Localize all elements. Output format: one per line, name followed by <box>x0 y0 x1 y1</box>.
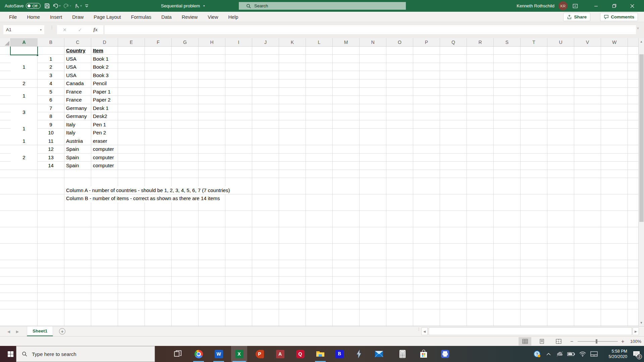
cell-C5[interactable]: Canada <box>64 79 91 87</box>
horizontal-scrollbar-thumb[interactable] <box>429 327 632 335</box>
cell-D12[interactable]: eraser <box>91 137 118 145</box>
cell-D10[interactable]: Pen 1 <box>91 121 118 129</box>
customize-quick-access-toolbar-button[interactable] <box>83 1 90 11</box>
restore-button[interactable] <box>606 0 622 12</box>
avatar[interactable]: KR <box>558 1 568 10</box>
column-header-P[interactable]: P <box>413 38 440 46</box>
cell-C1[interactable]: Country <box>64 47 91 55</box>
taskbar-search-box[interactable]: Type here to search <box>16 346 155 362</box>
ribbon-tab-data[interactable]: Data <box>156 12 177 22</box>
zoom-level[interactable]: 100% <box>630 337 641 346</box>
cell-A8-A9[interactable]: 3 <box>11 104 37 120</box>
cell-D13[interactable]: computer <box>91 145 118 153</box>
cell-D8[interactable]: Desk 1 <box>91 104 118 112</box>
cell-A2-A4[interactable]: 1 <box>11 55 37 79</box>
insert-function-icon[interactable]: fx <box>93 27 98 33</box>
cell-A12[interactable]: 1 <box>11 137 37 145</box>
cell-C12[interactable]: Austriia <box>64 137 91 145</box>
scroll-left-icon[interactable]: ◀ <box>421 327 428 335</box>
new-sheet-button[interactable]: + <box>59 328 65 335</box>
page-layout-view-button[interactable] <box>535 337 548 346</box>
cell-B6[interactable]: 5 <box>38 88 64 96</box>
ribbon-tab-page-layout[interactable]: Page Layout <box>89 12 126 22</box>
undo-dropdown-caret[interactable]: ˅ <box>59 5 61 7</box>
sheet-tab-sheet1[interactable]: Sheet1 <box>27 326 53 336</box>
cell-B13[interactable]: 12 <box>38 145 64 153</box>
column-header-U[interactable]: U <box>547 38 574 46</box>
office-search-box[interactable]: Search <box>239 2 406 10</box>
sheet-nav-right-icon[interactable]: ▶ <box>13 326 21 337</box>
cell-C10[interactable]: Italy <box>64 121 91 129</box>
normal-view-button[interactable] <box>519 337 531 346</box>
cell-D3[interactable]: Book 2 <box>91 63 118 71</box>
column-header-K[interactable]: K <box>279 38 306 46</box>
cell-D2[interactable]: Book 1 <box>91 55 118 63</box>
wifi-icon[interactable] <box>577 346 588 362</box>
cell-D15[interactable]: computer <box>91 162 118 170</box>
column-header-O[interactable]: O <box>386 38 413 46</box>
autosave-control[interactable]: AutoSave Off <box>5 0 41 12</box>
cell-D11[interactable]: Pen 2 <box>91 129 118 137</box>
cell-B14[interactable]: 13 <box>38 154 64 162</box>
selected-cell-A1[interactable] <box>10 47 38 55</box>
cell-C18[interactable]: Column A - number of countries - should … <box>64 186 233 194</box>
column-header-B[interactable]: B <box>38 38 64 46</box>
column-header-C[interactable]: C <box>64 38 91 46</box>
cell-B4[interactable]: 3 <box>38 71 64 79</box>
column-header-E[interactable]: E <box>118 38 145 46</box>
minimize-button[interactable] <box>588 0 604 12</box>
zoom-out-icon[interactable]: − <box>570 337 573 346</box>
taskbar-icon-calculator[interactable] <box>394 346 411 362</box>
column-header-W[interactable]: W <box>601 38 628 46</box>
scroll-right-icon[interactable]: ▶ <box>633 327 639 335</box>
taskbar-icon-quicken[interactable]: Q <box>292 346 308 362</box>
cell-B10[interactable]: 9 <box>38 121 64 129</box>
column-header-T[interactable]: T <box>521 38 547 46</box>
ribbon-tab-insert[interactable]: Insert <box>45 12 67 22</box>
close-button[interactable] <box>625 0 640 12</box>
cell-D6[interactable]: Paper 1 <box>91 88 118 96</box>
ribbon-tab-home[interactable]: Home <box>22 12 45 22</box>
formula-input[interactable] <box>105 25 636 34</box>
cell-C19[interactable]: Column B - number of items - correct as … <box>64 194 223 202</box>
undo-button[interactable]: ˅ <box>51 1 62 11</box>
vertical-scrollbar-thumb[interactable] <box>639 54 644 222</box>
cell-B8[interactable]: 7 <box>38 104 64 112</box>
touch-mouse-mode-button[interactable]: ˅ <box>72 1 83 11</box>
taskbar-icon-word[interactable]: W <box>211 346 227 362</box>
cell-B9[interactable]: 8 <box>38 112 64 120</box>
cell-C13[interactable]: Spain <box>64 145 91 153</box>
cell-C14[interactable]: Spain <box>64 154 91 162</box>
column-header-L[interactable]: L <box>306 38 333 46</box>
cell-A5[interactable]: 2 <box>11 79 37 87</box>
cell-A10-A11[interactable]: 1 <box>11 121 37 137</box>
taskbar-icon-lightning-app[interactable] <box>351 346 367 362</box>
taskbar-icon-task-view[interactable] <box>170 346 186 362</box>
fill-handle[interactable] <box>36 54 39 56</box>
column-header-M[interactable]: M <box>333 38 360 46</box>
cell-B15[interactable]: 14 <box>38 162 64 170</box>
cell-D9[interactable]: Desk2 <box>91 112 118 120</box>
help-tray-icon[interactable]: ? <box>531 346 543 362</box>
touchpad-icon[interactable] <box>588 346 600 362</box>
cell-D1[interactable]: Item <box>91 47 118 55</box>
touch-mode-caret[interactable]: ˅ <box>80 5 82 7</box>
taskbar-icon-mail[interactable] <box>371 346 387 362</box>
cell-B3[interactable]: 2 <box>38 63 64 71</box>
user-name[interactable]: Kenneth Rothschild <box>517 3 554 8</box>
zoom-slider-thumb[interactable] <box>596 339 597 344</box>
cell-C11[interactable]: Italy <box>64 129 91 137</box>
sheet-nav-left-icon[interactable]: ◀ <box>5 326 13 337</box>
zoom-slider-track[interactable] <box>578 341 618 342</box>
scrollbar-resize-handle[interactable]: ⋮ <box>417 328 421 330</box>
zoom-in-icon[interactable]: + <box>621 337 624 346</box>
cell-D5[interactable]: Pencil <box>91 79 118 87</box>
expand-formula-bar-icon[interactable]: ˅ <box>637 26 639 30</box>
select-all-corner[interactable] <box>0 38 11 46</box>
taskbar-icon-printer-app[interactable] <box>437 346 453 362</box>
column-header-R[interactable]: R <box>467 38 494 46</box>
tray-chevron-icon[interactable] <box>543 346 554 362</box>
cell-C3[interactable]: USA <box>64 63 91 71</box>
taskbar-icon-powerpoint[interactable]: P <box>252 346 268 362</box>
column-header-H[interactable]: H <box>199 38 225 46</box>
